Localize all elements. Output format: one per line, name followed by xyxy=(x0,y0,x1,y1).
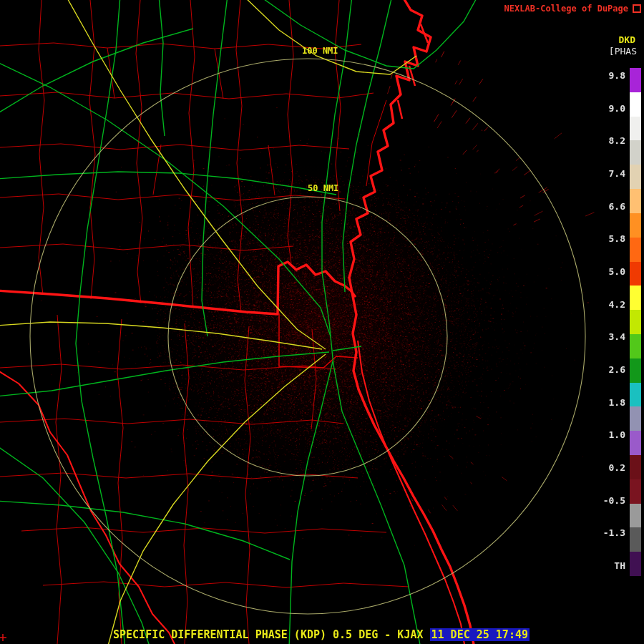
product-code-label: DKD xyxy=(619,34,635,45)
colorbar-segment xyxy=(630,310,641,334)
colorbar-segment xyxy=(630,406,641,431)
colorbar-segment xyxy=(630,527,641,552)
range-ring-label-50nmi: 50 NMI xyxy=(308,183,338,193)
colorbar-label: 6.6 xyxy=(609,201,625,212)
colorbar-label: 9.8 xyxy=(609,70,625,81)
colorbar-label: 4.2 xyxy=(609,299,625,310)
colorbar-label: 9.0 xyxy=(609,103,625,114)
colorbar-label: -0.5 xyxy=(603,495,625,506)
colorbar-segment xyxy=(630,117,641,141)
colorbar-segment xyxy=(630,92,641,117)
colorbar-segment xyxy=(630,504,641,528)
colorbar-label: 7.4 xyxy=(609,168,625,179)
colorbar-segment xyxy=(630,189,641,213)
colorbar-label: 1.0 xyxy=(609,429,625,440)
highways-green xyxy=(0,0,478,644)
colorbar-label: 8.2 xyxy=(609,135,625,146)
colorbar-segment xyxy=(630,334,641,358)
colorbar-segment xyxy=(630,431,641,455)
range-ring-label-100nmi: 100 NMI xyxy=(302,46,338,56)
colorbar-labels: 9.89.08.27.46.65.85.04.23.42.61.81.00.2-… xyxy=(592,70,625,571)
colorbar-segment xyxy=(630,262,641,286)
state-borders-and-coastline xyxy=(0,0,474,644)
status-product-text: SPECIFIC DIFFERENTIAL PHASE (KDP) 0.5 DE… xyxy=(113,628,423,641)
colorbar-segment xyxy=(630,68,641,92)
colorbar-label: 0.2 xyxy=(609,462,625,473)
colorbar-label: 5.8 xyxy=(609,233,625,244)
colorbar-segment xyxy=(630,455,641,479)
colorbar-label: 1.8 xyxy=(609,397,625,408)
colorbar-segment xyxy=(630,383,641,407)
colorbar-segment xyxy=(630,552,641,576)
colorbar-label: 5.0 xyxy=(609,266,625,277)
brand-text: NEXLAB-College of DuPage xyxy=(504,4,628,14)
brand-header: NEXLAB-College of DuPage xyxy=(504,4,641,14)
colorbar-label: 2.6 xyxy=(609,364,625,375)
brand-logo-icon xyxy=(633,4,641,13)
status-timestamp: 11 DEC 25 17:49 xyxy=(430,628,530,641)
colorbar-segment xyxy=(630,358,641,383)
radar-viewport: 100 NMI 50 NMI NEXLAB-College of DuPage … xyxy=(0,0,644,644)
colorbar-gradient xyxy=(630,68,641,576)
status-bar: SPECIFIC DIFFERENTIAL PHASE (KDP) 0.5 DE… xyxy=(113,628,530,641)
colorbar-segment xyxy=(630,165,641,189)
map-overlay-svg xyxy=(0,0,644,644)
colorbar-segment xyxy=(630,238,641,262)
colorbar-segment xyxy=(630,286,641,310)
units-label: [PHAS xyxy=(609,46,637,57)
status-spacer xyxy=(423,628,429,641)
colorbar-segment xyxy=(630,213,641,238)
colorbar-label: 3.4 xyxy=(609,331,625,342)
colorbar-label: -1.3 xyxy=(603,527,625,538)
colorbar-segment xyxy=(630,140,641,165)
colorbar-segment xyxy=(630,479,641,504)
colorbar-label: TH xyxy=(614,560,625,571)
